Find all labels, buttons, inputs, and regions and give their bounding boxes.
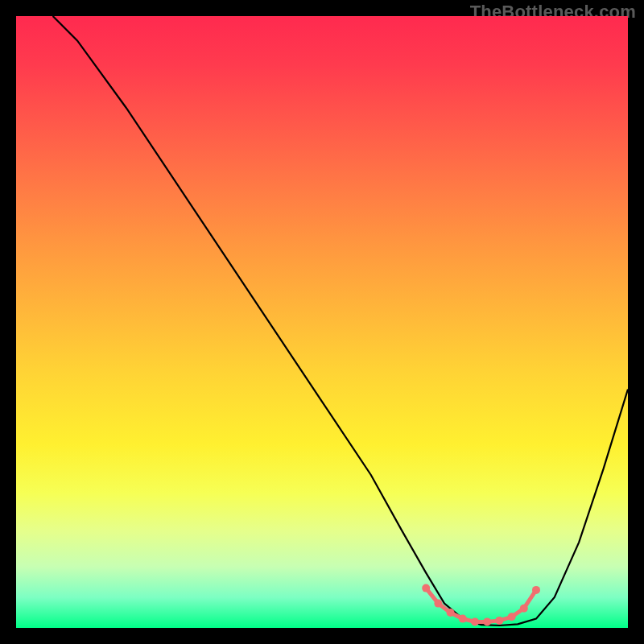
trough-marker-dot	[483, 617, 491, 625]
trough-marker-dot	[520, 605, 528, 613]
curve-svg	[16, 16, 628, 628]
chart-stage: TheBottleneck.com	[0, 0, 644, 644]
trough-marker-dot	[471, 617, 479, 625]
bottleneck-curve-path	[53, 16, 628, 625]
trough-marker-group	[422, 584, 540, 626]
trough-marker-dot	[532, 586, 540, 594]
trough-marker-dot	[459, 615, 467, 623]
trough-marker-dot	[508, 613, 516, 621]
trough-marker-dot	[495, 617, 503, 625]
gradient-plot-area	[16, 16, 628, 628]
trough-marker-line	[426, 588, 536, 622]
trough-marker-dot	[447, 609, 455, 617]
trough-marker-dot	[422, 584, 430, 592]
trough-marker-dot	[434, 600, 442, 608]
